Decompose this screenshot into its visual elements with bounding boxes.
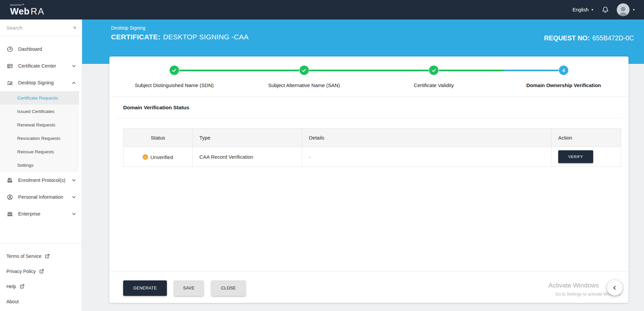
wizard-stepper: 4 Subject Distinguished Name (SDN) Subje…	[109, 56, 629, 97]
chevron-up-icon	[72, 81, 76, 85]
chevron-down-icon	[72, 195, 76, 199]
certificate-icon	[7, 63, 13, 69]
check-icon	[172, 68, 177, 73]
sidebar-item-label: Certificate Center	[18, 63, 56, 69]
chevron-down-icon	[72, 179, 76, 182]
step-3-complete[interactable]	[429, 66, 438, 75]
collapse-panel-button[interactable]	[607, 280, 622, 296]
chevron-down-icon: ▼	[591, 8, 594, 11]
bell-icon	[601, 6, 609, 14]
desktop-signing-icon	[7, 80, 13, 86]
webra-logo[interactable]: Ascertia™ WebRA	[10, 4, 45, 16]
avatar	[617, 3, 630, 16]
activate-windows-watermark: Activate Windows	[548, 282, 599, 289]
details-cell: -	[302, 147, 551, 167]
column-header-status: Status	[123, 128, 193, 147]
sidebar-item-enterprise[interactable]: Enterprise	[0, 205, 82, 222]
step-1-complete[interactable]	[170, 66, 179, 75]
column-header-action: Action	[551, 128, 621, 147]
table-row: i Unverified CAA Record Verification - V…	[123, 147, 621, 167]
step-connector	[179, 70, 299, 71]
section-title: Domain Verification Status	[123, 105, 629, 111]
step-label-sdn: Subject Distinguished Name (SDN)	[109, 82, 239, 88]
step-number: 4	[562, 68, 565, 73]
person-icon	[7, 194, 13, 200]
sidebar-item-label: Dashboard	[18, 46, 42, 52]
about-link[interactable]: About	[0, 294, 82, 309]
sidebar-item-certificate-center[interactable]: Certificate Center	[0, 57, 82, 74]
domain-verification-table: Status Type Details Action i Unverified	[123, 128, 621, 167]
desktop-signing-submenu: Certificate Requests Issued Certificates…	[0, 91, 79, 172]
certificate-request-card: 4 Subject Distinguished Name (SDN) Subje…	[109, 56, 629, 303]
topbar: Ascertia™ WebRA English ▼	[0, 0, 644, 20]
enrolment-icon	[7, 177, 13, 184]
help-link[interactable]: Help	[0, 279, 82, 294]
notifications-button[interactable]	[601, 6, 609, 14]
sidebar-footer: Terms of Service Privacy Policy Help Abo…	[0, 243, 82, 311]
chevron-left-icon	[612, 285, 617, 290]
step-label-san: Subject Alternative Name (SAN)	[239, 82, 369, 88]
sidebar-item-personal-information[interactable]: Personal Information	[0, 189, 82, 205]
step-connector	[309, 70, 429, 71]
sidebar-item-reissue-requests[interactable]: Reissue Requests	[0, 145, 79, 158]
sidebar-item-desktop-signing[interactable]: Desktop Signing	[0, 74, 82, 91]
type-cell: CAA Record Verification	[192, 147, 302, 167]
chevron-down-icon: ▼	[633, 8, 635, 11]
webra-wordmark: WebRA	[10, 7, 45, 16]
main-content: Desktop Signing CERTIFICATE:DESKTOP SIGN…	[82, 20, 644, 311]
sidebar-item-certificate-requests[interactable]: Certificate Requests	[0, 91, 79, 105]
sidebar-item-revocation-requests[interactable]: Revocation Requests	[0, 131, 79, 145]
sidebar-item-issued-certificates[interactable]: Issued Certificates	[0, 105, 79, 118]
check-icon	[301, 68, 307, 73]
step-4-current[interactable]: 4	[559, 66, 568, 75]
step-label-validity: Certificate Validity	[369, 82, 499, 88]
external-link-icon	[39, 269, 44, 274]
privacy-policy-link[interactable]: Privacy Policy	[0, 264, 82, 279]
step-label-domain-ownership: Domain Ownership Verification	[499, 82, 629, 88]
close-button[interactable]: CLOSE	[211, 280, 246, 296]
search-icon[interactable]	[73, 25, 76, 31]
request-number: REQUEST NO:655B472D-0C	[544, 34, 634, 42]
ascertia-wordmark: Ascertia™	[10, 4, 45, 6]
chevron-down-icon	[72, 64, 76, 68]
column-header-details: Details	[302, 128, 551, 147]
verify-button[interactable]: VERIFY	[558, 150, 593, 163]
divider	[116, 118, 621, 118]
sidebar-item-label: Personal Information	[18, 194, 63, 200]
breadcrumb: Desktop Signing	[111, 25, 634, 31]
sidebar-item-label: Desktop Signing	[18, 80, 54, 85]
save-button[interactable]: SAVE	[174, 280, 204, 296]
action-cell: VERIFY	[551, 147, 621, 167]
search-input[interactable]	[6, 25, 73, 31]
webra-app: Ascertia™ WebRA English ▼	[0, 0, 644, 311]
sidebar-item-settings[interactable]: Settings	[0, 158, 79, 172]
external-link-icon	[20, 284, 25, 289]
info-warning-icon: i	[143, 154, 148, 160]
status-text: Unverified	[150, 154, 173, 160]
user-menu[interactable]: ▼	[617, 3, 635, 16]
column-header-type: Type	[192, 128, 302, 147]
sidebar-item-label: Enrolment Protocol(s)	[18, 178, 65, 183]
external-link-icon	[45, 254, 50, 259]
check-icon	[431, 68, 436, 73]
bank-icon	[7, 211, 13, 217]
sidebar-item-label: Enterprise	[18, 211, 40, 217]
generate-button[interactable]: GENERATE	[123, 280, 167, 296]
status-cell: i Unverified	[123, 147, 193, 167]
dashboard-icon	[7, 46, 13, 52]
language-selector[interactable]: English ▼	[573, 7, 594, 12]
step-2-complete[interactable]	[299, 66, 309, 75]
sidebar-nav: Dashboard Certificate Center Desktop Sig…	[0, 36, 82, 222]
chevron-down-icon	[72, 212, 76, 216]
sidebar-item-dashboard[interactable]: Dashboard	[0, 41, 82, 57]
table-header-row: Status Type Details Action	[123, 128, 621, 147]
language-label: English	[573, 7, 589, 12]
sidebar-item-renewal-requests[interactable]: Renewal Requests	[0, 118, 79, 131]
sidebar-item-enrolment-protocols[interactable]: Enrolment Protocol(s)	[0, 172, 82, 189]
step-connector	[439, 70, 559, 71]
sidebar-search	[0, 20, 82, 36]
terms-of-service-link[interactable]: Terms of Service	[0, 248, 82, 264]
sidebar: Dashboard Certificate Center Desktop Sig…	[0, 20, 82, 311]
